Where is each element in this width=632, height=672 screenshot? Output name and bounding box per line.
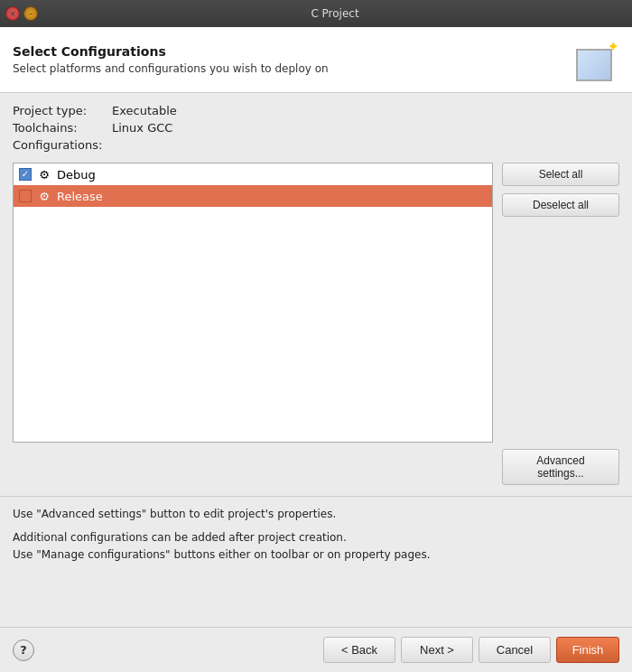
note-line1: Use "Advanced settings" button to edit p… <box>13 506 619 523</box>
minimize-button[interactable]: – <box>23 6 38 21</box>
configs-buttons: Select all Deselect all Advanced setting… <box>502 163 619 485</box>
configurations-list[interactable]: ⚙ Debug ⚙ Release <box>13 163 493 443</box>
configs-section: ⚙ Debug ⚙ Release Select all Deselect al… <box>13 163 619 485</box>
configs-top-buttons: Select all Deselect all <box>502 163 619 217</box>
release-gear-icon: ⚙ <box>37 189 51 203</box>
footer-nav: < Back Next > Cancel Finish <box>323 637 619 663</box>
note-line2: Additional configurations can be added a… <box>13 529 619 546</box>
debug-label: Debug <box>57 168 96 182</box>
release-label: Release <box>57 190 103 203</box>
configurations-label: Configurations: <box>13 138 112 152</box>
finish-button[interactable]: Finish <box>556 637 619 663</box>
toolchains-value: Linux GCC <box>112 121 172 135</box>
cancel-button[interactable]: Cancel <box>479 637 551 663</box>
header-text: Select Configurations Select platforms a… <box>13 44 329 75</box>
blank-area <box>0 573 632 627</box>
help-button[interactable]: ? <box>13 639 34 661</box>
project-type-label: Project type: <box>13 104 112 117</box>
close-button[interactable]: × <box>5 6 20 21</box>
toolchains-label: Toolchains: <box>13 121 112 135</box>
window-title: C Project <box>43 7 627 20</box>
release-checkbox[interactable] <box>19 190 32 202</box>
debug-gear-icon: ⚙ <box>37 167 51 182</box>
back-button[interactable]: < Back <box>323 637 395 663</box>
window-controls[interactable]: × – <box>5 6 38 21</box>
project-type-value: Executable <box>112 104 177 117</box>
deselect-all-button[interactable]: Deselect all <box>502 193 619 217</box>
debug-checkbox[interactable] <box>19 168 32 181</box>
header-icon: ✦ <box>576 38 619 81</box>
dialog-body: Project type: Executable Toolchains: Lin… <box>0 93 632 496</box>
dialog-header: Select Configurations Select platforms a… <box>0 27 632 93</box>
header-title: Select Configurations <box>13 44 329 59</box>
bottom-note: Use "Advanced settings" button to edit p… <box>0 496 632 573</box>
toolchains-row: Toolchains: Linux GCC <box>13 121 619 135</box>
config-item-debug[interactable]: ⚙ Debug <box>14 163 492 185</box>
next-button[interactable]: Next > <box>401 637 473 663</box>
dialog-footer: ? < Back Next > Cancel Finish <box>0 627 632 672</box>
config-item-release[interactable]: ⚙ Release <box>14 185 492 207</box>
project-type-row: Project type: Executable <box>13 104 619 117</box>
title-bar: × – C Project <box>0 0 632 27</box>
dialog: Select Configurations Select platforms a… <box>0 27 632 672</box>
header-subtitle: Select platforms and configurations you … <box>13 62 329 75</box>
note-line3: Use "Manage configurations" buttons eith… <box>13 546 619 564</box>
select-all-button[interactable]: Select all <box>502 163 619 186</box>
star-icon: ✦ <box>608 38 619 55</box>
configs-buttons-wrapper: Select all Deselect all Advanced setting… <box>502 163 619 485</box>
advanced-settings-button[interactable]: Advanced settings... <box>502 449 619 485</box>
configurations-row: Configurations: <box>13 138 619 152</box>
